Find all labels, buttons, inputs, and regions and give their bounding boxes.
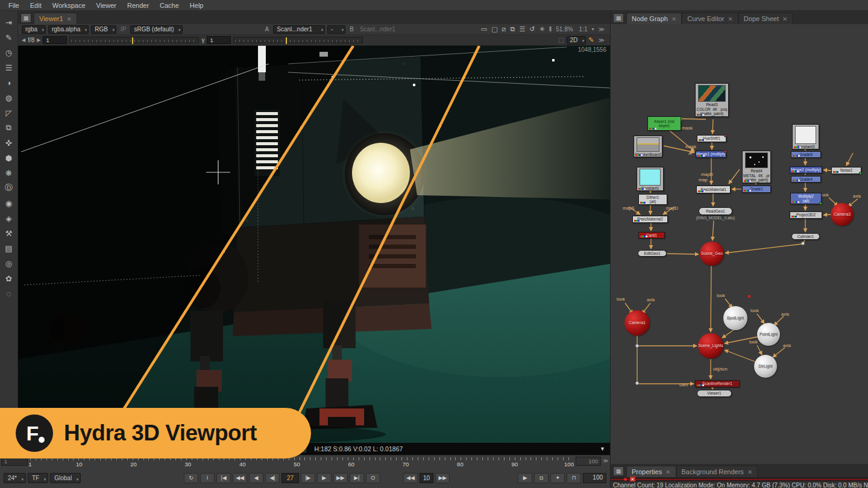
gamma-slider[interactable]: [233, 37, 363, 43]
node-multiply2[interactable]: Multiply2(all): [790, 193, 822, 204]
tab-node-graph[interactable]: Node Graph ✕: [626, 13, 682, 24]
gain-left-arrow[interactable]: ◀: [22, 37, 25, 43]
panel-menu-icon[interactable]: ▦: [613, 466, 624, 476]
current-frame-field[interactable]: 27: [281, 473, 299, 483]
goto-end-button[interactable]: ▶|: [350, 473, 364, 483]
furnace-tool-icon[interactable]: ◎: [2, 257, 16, 270]
goto-start-button[interactable]: |◀: [216, 473, 231, 483]
roi-icon[interactable]: ⬚: [558, 37, 564, 43]
node-pointlight[interactable]: PointLight: [757, 323, 780, 346]
keyer-tool-icon[interactable]: ◸: [2, 106, 16, 119]
ocula-tool-icon[interactable]: ◌: [2, 287, 16, 300]
views-tool-icon[interactable]: ◉: [2, 196, 16, 210]
overlay-lines-icon[interactable]: ☰: [519, 25, 525, 33]
node-camera3[interactable]: Camera3: [831, 203, 854, 226]
channel-tool-icon[interactable]: ☰: [2, 61, 16, 74]
close-icon[interactable]: ✕: [671, 16, 676, 22]
render-icon[interactable]: ◘: [534, 473, 549, 483]
3d-tool-icon[interactable]: ⬢: [2, 151, 16, 164]
collapse-chevrons-icon[interactable]: ≫: [597, 37, 606, 43]
panel-menu-icon[interactable]: ▦: [613, 13, 624, 23]
node-read4[interactable]: Read4METAL_4K_.png(matte_paint): [742, 151, 771, 183]
menu-item-cache[interactable]: Cache: [155, 1, 184, 10]
close-icon[interactable]: ✕: [782, 16, 787, 22]
node-scene_geo[interactable]: Scene_Geo: [700, 242, 724, 266]
collapse-chevrons-icon[interactable]: ≫: [597, 26, 606, 33]
play-forward-button[interactable]: ▶: [317, 473, 332, 483]
draw-tool-icon[interactable]: ✎: [2, 31, 16, 44]
proxy-icon[interactable]: ▢: [491, 25, 497, 33]
color-tool-icon[interactable]: ◑: [2, 76, 16, 89]
wipe-icon[interactable]: ⧄: [502, 25, 506, 33]
chevron-down-icon[interactable]: ▾: [592, 27, 594, 32]
play-backward-button[interactable]: ◀: [249, 473, 263, 483]
node-hueshift1[interactable]: HueShift1: [697, 135, 726, 142]
panel-menu-icon[interactable]: ▦: [20, 13, 31, 23]
timeline-chevrons-icon[interactable]: ≫: [603, 458, 608, 464]
time-tool-icon[interactable]: ◷: [2, 46, 16, 59]
transform-tool-icon[interactable]: ✜: [2, 136, 16, 149]
fstop-label[interactable]: f/8: [28, 37, 34, 43]
node-basicmaterial1[interactable]: BasicMaterial1: [696, 186, 731, 193]
channels-dropdown[interactable]: rgba: [22, 25, 46, 34]
node-scene_lights[interactable]: Scene_Lights: [698, 333, 723, 358]
display-channel-dropdown[interactable]: RGB: [91, 25, 116, 34]
plugins-tool-icon[interactable]: ✿: [2, 272, 16, 285]
ip-toggle[interactable]: IP: [119, 26, 128, 33]
other-tool-icon[interactable]: ▤: [2, 242, 16, 255]
node-merge1[interactable]: Merge1 (multiply): [696, 151, 726, 158]
deep-tool-icon[interactable]: Ⓓ: [2, 181, 16, 195]
increment-field[interactable]: 10: [420, 473, 433, 483]
pause-icon[interactable]: ‖: [549, 25, 552, 33]
node-constant1[interactable]: Constant1: [637, 167, 664, 191]
flipbook-play-icon[interactable]: ▶: [518, 473, 532, 483]
node-card1[interactable]: Card1: [638, 232, 665, 239]
menu-item-help[interactable]: Help: [185, 1, 209, 10]
gain-slider[interactable]: [69, 37, 199, 43]
menu-item-workspace[interactable]: Workspace: [48, 1, 90, 10]
tf-dropdown[interactable]: TF: [28, 473, 48, 483]
tab-properties[interactable]: Properties ✕: [626, 466, 676, 477]
pixel-aspect[interactable]: 1:1: [577, 26, 590, 33]
node-grade5[interactable]: Grade5: [791, 151, 821, 158]
node-checkerboard1[interactable]: CheckerBoard1: [634, 136, 662, 157]
menu-item-viewer[interactable]: Viewer: [92, 1, 121, 10]
close-icon[interactable]: ✕: [665, 469, 670, 475]
menu-item-edit[interactable]: Edit: [25, 1, 46, 10]
node-constant3[interactable]: Constant3: [792, 124, 819, 149]
node-noise2[interactable]: Noise2: [831, 167, 861, 174]
menu-item-file[interactable]: File: [4, 1, 24, 10]
gain-right-arrow[interactable]: ▶: [37, 37, 40, 43]
tab-curve-editor[interactable]: Curve Editor ✕: [682, 13, 738, 24]
loop-mode-button[interactable]: ↻: [184, 473, 198, 483]
particles-tool-icon[interactable]: ❋: [2, 166, 16, 180]
refresh-icon[interactable]: ↺: [529, 25, 535, 33]
node-readgeo1[interactable]: ReadGeo1: [699, 207, 732, 215]
merge-tool-icon[interactable]: ⧉: [2, 121, 16, 134]
input-a-dropdown[interactable]: Scanl...nder1: [273, 25, 325, 34]
metadata-tool-icon[interactable]: ◈: [2, 211, 16, 225]
zoom-level[interactable]: 51.8%: [554, 26, 574, 33]
node-basicmaterial2[interactable]: BasicMaterial2: [632, 216, 668, 223]
range-mode-button[interactable]: O: [366, 473, 380, 483]
range-end-field[interactable]: 100: [583, 473, 606, 483]
range-mode-dropdown[interactable]: Global: [50, 473, 81, 483]
update-icon[interactable]: ✳: [539, 25, 544, 33]
node-dither1[interactable]: Dither1(all): [638, 194, 667, 205]
lut-dropdown[interactable]: sRGB (default): [130, 25, 182, 34]
fps-dropdown[interactable]: 24*: [4, 473, 26, 483]
pencil-icon[interactable]: ✎: [588, 36, 594, 44]
node-grade4[interactable]: Grade4: [791, 176, 821, 183]
node-cylinder1[interactable]: Cylinder1: [791, 233, 820, 240]
lock-range-icon[interactable]: ✦: [550, 473, 565, 483]
increment-button[interactable]: ▶▶: [435, 473, 450, 483]
node-keyer1[interactable]: Keyer1 (indkeyer): [647, 116, 681, 131]
bounce-button[interactable]: I: [200, 473, 215, 483]
info-pulldown-icon[interactable]: ▼: [600, 446, 605, 452]
image-tool-icon[interactable]: ⇥: [2, 16, 16, 29]
gamma-field[interactable]: [207, 36, 231, 44]
step-forward-button[interactable]: |▶: [301, 473, 315, 483]
node-graph-canvas[interactable]: maskmaskAmapDmapmapSmapDlookaxislookaxis…: [611, 24, 868, 464]
ab-mode-dropdown[interactable]: -: [327, 25, 345, 34]
view-mode-dropdown[interactable]: 2D: [567, 36, 587, 45]
